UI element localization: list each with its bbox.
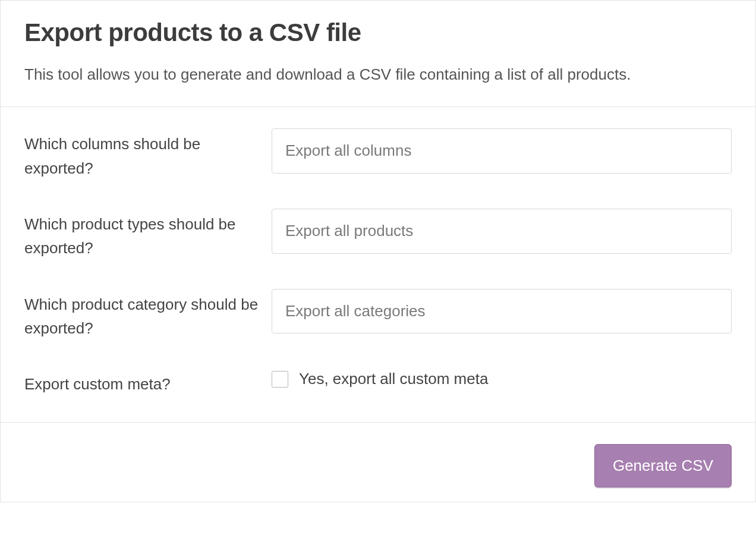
label-custom-meta: Export custom meta? — [24, 369, 272, 396]
checkbox-custom-meta[interactable] — [272, 371, 288, 388]
select-columns[interactable]: Export all columns — [272, 128, 732, 174]
panel-body: Which columns should be exported? Export… — [1, 107, 755, 423]
select-product-category[interactable]: Export all categories — [272, 289, 732, 334]
row-columns: Which columns should be exported? Export… — [24, 128, 732, 180]
control-product-types: Export all products — [272, 209, 732, 254]
page-title: Export products to a CSV file — [24, 18, 732, 47]
panel-header: Export products to a CSV file This tool … — [1, 1, 755, 107]
label-columns: Which columns should be exported? — [24, 128, 272, 180]
label-product-category: Which product category should be exporte… — [24, 289, 272, 341]
generate-csv-button[interactable]: Generate CSV — [594, 444, 732, 487]
row-product-category: Which product category should be exporte… — [24, 289, 732, 341]
label-product-types: Which product types should be exported? — [24, 209, 272, 260]
checkbox-label-custom-meta: Yes, export all custom meta — [299, 370, 488, 388]
control-columns: Export all columns — [272, 128, 732, 174]
panel-footer: Generate CSV — [1, 423, 755, 502]
row-product-types: Which product types should be exported? … — [24, 209, 732, 260]
control-product-category: Export all categories — [272, 289, 732, 334]
control-custom-meta: Yes, export all custom meta — [272, 369, 732, 388]
select-product-types[interactable]: Export all products — [272, 209, 732, 254]
checkbox-row-custom-meta: Yes, export all custom meta — [272, 369, 732, 388]
page-description: This tool allows you to generate and dow… — [24, 64, 732, 85]
export-products-panel: Export products to a CSV file This tool … — [0, 0, 756, 502]
row-custom-meta: Export custom meta? Yes, export all cust… — [24, 369, 732, 396]
